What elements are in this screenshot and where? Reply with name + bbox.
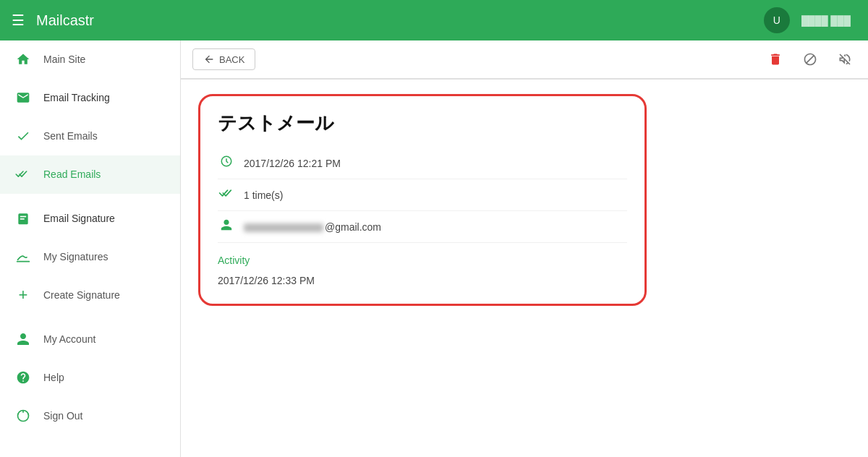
sidebar-label-my-account: My Account xyxy=(43,333,95,345)
sent-time-value: 2017/12/26 12:21 PM xyxy=(244,158,341,169)
account-icon xyxy=(14,330,32,348)
action-buttons xyxy=(764,48,856,71)
block-button[interactable] xyxy=(799,48,822,71)
sidebar-item-my-account[interactable]: My Account xyxy=(0,320,180,359)
topbar-right: U ████ ███ xyxy=(764,7,856,33)
my-signatures-icon xyxy=(14,248,32,265)
menu-icon[interactable]: ☰ xyxy=(12,12,25,29)
activity-label: Activity xyxy=(218,255,627,266)
sidebar-item-email-tracking[interactable]: Email Tracking xyxy=(0,79,180,117)
read-count-icon xyxy=(218,187,235,203)
sidebar-item-my-signatures[interactable]: My Signatures xyxy=(0,238,180,276)
help-icon xyxy=(14,369,32,386)
sidebar-item-create-signature[interactable]: + Create Signature xyxy=(0,276,180,315)
main-content: BACK テストメール xyxy=(181,40,868,457)
sidebar-item-email-signature[interactable]: Email Signature xyxy=(0,200,180,238)
signature-icon xyxy=(14,210,32,227)
content-area: テストメール 2017/12/26 12:21 PM 1 time(s) xyxy=(181,80,868,332)
sidebar-label-create-signature: Create Signature xyxy=(43,289,120,301)
plus-icon: + xyxy=(14,286,32,304)
mute-button[interactable] xyxy=(833,48,856,71)
email-icon xyxy=(14,89,32,106)
svg-rect-2 xyxy=(20,218,25,220)
topbar: ☰ Mailcastr U ████ ███ xyxy=(0,0,868,40)
sidebar-item-sent-emails[interactable]: Sent Emails xyxy=(0,117,180,155)
avatar[interactable]: U xyxy=(764,7,790,33)
sidebar-label-read-emails: Read Emails xyxy=(43,168,101,180)
sidebar-label-main-site: Main Site xyxy=(43,54,85,65)
sidebar-item-sign-out[interactable]: Sign Out xyxy=(0,397,180,435)
back-button[interactable]: BACK xyxy=(192,48,255,70)
sidebar-label-email-signature: Email Signature xyxy=(43,213,115,224)
sidebar-label-my-signatures: My Signatures xyxy=(43,251,108,262)
sidebar-label-help: Help xyxy=(43,372,64,383)
recipient-blurred: @gmail.com xyxy=(244,221,381,233)
app-title: Mailcastr xyxy=(36,12,764,29)
detail-box: テストメール 2017/12/26 12:21 PM 1 time(s) xyxy=(198,94,647,306)
read-count-value: 1 time(s) xyxy=(244,189,283,201)
clock-icon xyxy=(218,155,235,171)
sidebar: Main Site Email Tracking Sent Emails Rea… xyxy=(0,40,181,457)
layout: Main Site Email Tracking Sent Emails Rea… xyxy=(0,40,868,457)
activity-section: Activity 2017/12/26 12:33 PM xyxy=(218,255,627,289)
recipient-row: @gmail.com xyxy=(218,211,627,243)
sidebar-item-read-emails[interactable]: Read Emails xyxy=(0,155,180,194)
email-title: テストメール xyxy=(218,111,627,136)
sidebar-item-main-site[interactable]: Main Site xyxy=(0,40,180,79)
sidebar-label-sent-emails: Sent Emails xyxy=(43,130,98,142)
sidebar-label-sign-out: Sign Out xyxy=(43,410,82,422)
home-icon xyxy=(14,51,32,68)
signout-icon xyxy=(14,407,32,424)
delete-button[interactable] xyxy=(764,48,787,71)
check-icon xyxy=(14,127,32,145)
person-icon xyxy=(218,218,235,235)
read-count-row: 1 time(s) xyxy=(218,179,627,211)
double-check-icon xyxy=(14,166,32,183)
svg-rect-1 xyxy=(20,216,26,218)
activity-time: 2017/12/26 12:33 PM xyxy=(218,272,627,289)
sidebar-item-help[interactable]: Help xyxy=(0,359,180,397)
sent-time-row: 2017/12/26 12:21 PM xyxy=(218,148,627,179)
username-label: ████ ███ xyxy=(801,15,851,26)
sub-header: BACK xyxy=(181,40,868,79)
sidebar-label-email-tracking: Email Tracking xyxy=(43,92,110,103)
